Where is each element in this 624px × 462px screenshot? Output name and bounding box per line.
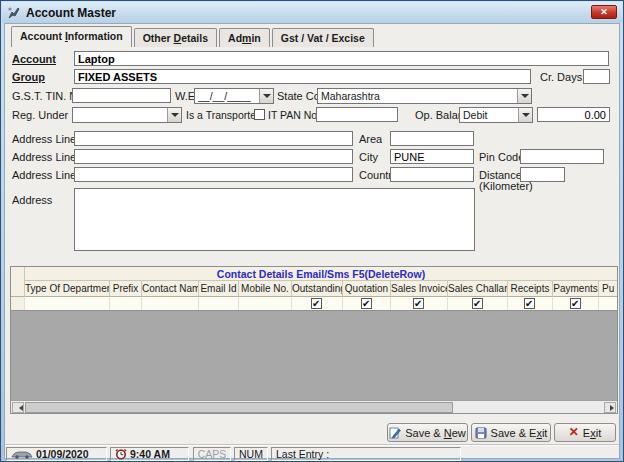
chevron-down-icon[interactable] [167, 108, 181, 122]
outstanding-checkbox[interactable] [311, 298, 322, 309]
wef-date-combo[interactable]: __/__/____ [194, 88, 274, 104]
chevron-down-icon[interactable] [518, 108, 532, 122]
sales-challan-checkbox[interactable] [472, 298, 483, 309]
window-title: Account Master [26, 6, 116, 20]
tab-admin[interactable]: Admin [219, 28, 270, 47]
country-input[interactable] [390, 167, 474, 182]
save-and-new-button[interactable]: Save & New [387, 423, 468, 442]
contact-details-grid: Contact Details Email/Sms F5(DeleteRow) … [10, 266, 618, 414]
grid-cell-prefix[interactable] [110, 297, 142, 310]
address-line1-input[interactable] [74, 131, 353, 146]
tab-account-information[interactable]: Account Information [11, 26, 132, 47]
chevron-down-icon[interactable] [259, 89, 273, 103]
is-transporter-label: Is a Transporter [186, 109, 260, 121]
save-exit-icon [475, 427, 487, 439]
date-icon [11, 449, 33, 459]
grid-horizontal-scrollbar[interactable] [11, 400, 617, 413]
statusbar-date-segment: 01/09/2020 [6, 447, 107, 461]
account-master-window: Account Master Account Information Other… [0, 0, 624, 462]
tab-other-details[interactable]: Other Details [134, 28, 217, 47]
statusbar-time: 9:40 AM [130, 448, 170, 460]
account-input[interactable] [74, 51, 609, 66]
address-line3-input[interactable] [74, 167, 353, 182]
reg-under-combo[interactable] [72, 107, 182, 123]
grid-cell-type-of-department[interactable] [25, 297, 110, 310]
address-line2-input[interactable] [74, 149, 353, 164]
app-icon [7, 6, 21, 20]
grid-header-type-of-department[interactable]: Type Of Department [25, 281, 110, 297]
group-label: Group [12, 71, 45, 83]
area-label: Area [359, 133, 382, 145]
grid-header-prefix[interactable]: Prefix [110, 281, 142, 297]
statusbar-last-entry: Last Entry : [271, 447, 461, 461]
area-input[interactable] [390, 131, 474, 146]
scroll-right-icon[interactable] [604, 402, 616, 413]
receipts-checkbox[interactable] [524, 298, 535, 309]
grid-header-purchase[interactable]: Pu [599, 281, 617, 297]
grid-header-contact-name[interactable]: Contact Name [142, 281, 199, 297]
pin-code-label: Pin Code [479, 151, 524, 163]
grid-header-email-id[interactable]: Email Id [199, 281, 239, 297]
grid-header-quotation[interactable]: Quotation [343, 281, 391, 297]
exit-x-icon: ✕ [569, 427, 579, 438]
grid-header-sales-challan[interactable]: Sales Challan [448, 281, 508, 297]
reg-under-label: Reg. Under [12, 109, 68, 121]
address-textarea[interactable] [74, 188, 475, 251]
statusbar-time-segment: 9:40 AM [110, 447, 189, 461]
grid-header-rowselector [11, 281, 25, 297]
group-input[interactable] [74, 69, 531, 84]
state-code-combo[interactable]: Maharashtra [317, 88, 532, 104]
close-button[interactable] [591, 5, 617, 19]
grid-header-outstanding[interactable]: Outstanding [292, 281, 343, 297]
grid-header-sales-invoice[interactable]: Sales Invoice [391, 281, 448, 297]
gst-tin-input[interactable] [72, 88, 171, 103]
it-pan-checkbox[interactable] [254, 109, 265, 120]
grid-row-selector-cell[interactable] [11, 297, 25, 310]
address-label: Address [12, 194, 52, 206]
account-label: Account [12, 53, 56, 65]
dialog-body: Account Information Other Details Admin … [4, 23, 620, 459]
city-label: City [359, 151, 378, 163]
grid-row-1[interactable] [11, 297, 617, 311]
statusbar-date: 01/09/2020 [36, 448, 89, 460]
grid-corner-cell [11, 267, 25, 281]
tab-bar: Account Information Other Details Admin … [11, 27, 376, 47]
grid-cell-mobile-no[interactable] [239, 297, 292, 310]
statusbar-divider [5, 444, 619, 446]
grid-header-payments[interactable]: Payments [553, 281, 599, 297]
save-and-exit-button[interactable]: Save & Exit [471, 423, 551, 442]
exit-button[interactable]: ✕ Exit [554, 423, 616, 442]
it-pan-input[interactable] [316, 107, 398, 122]
grid-title-row: Contact Details Email/Sms F5(DeleteRow) [11, 267, 617, 281]
grid-title: Contact Details Email/Sms F5(DeleteRow) [25, 267, 617, 281]
it-pan-label: IT PAN No. [268, 109, 320, 121]
grid-cell-email-id[interactable] [199, 297, 239, 310]
scroll-left-icon[interactable] [12, 402, 24, 413]
op-balance-amount-input[interactable] [537, 107, 610, 122]
statusbar-num: NUM [234, 447, 268, 461]
op-balance-type-combo[interactable]: Debit [459, 107, 533, 123]
time-icon [115, 448, 127, 460]
cr-days-input[interactable] [583, 69, 610, 84]
distance-input[interactable] [520, 167, 565, 182]
tab-gst-vat-excise[interactable]: Gst / Vat / Excise [272, 28, 374, 47]
grid-header-mobile-no[interactable]: Mobile No. [239, 281, 292, 297]
pin-code-input[interactable] [520, 149, 604, 164]
sales-invoice-checkbox[interactable] [413, 298, 424, 309]
scrollbar-thumb[interactable] [25, 402, 453, 413]
city-input[interactable] [390, 149, 474, 164]
save-new-icon [389, 427, 401, 439]
chevron-down-icon[interactable] [517, 89, 531, 103]
statusbar-caps: CAPS [193, 447, 231, 461]
quotation-checkbox[interactable] [361, 298, 372, 309]
title-bar: Account Master [2, 2, 622, 23]
cr-days-label: Cr. Days [540, 71, 582, 83]
grid-header-receipts[interactable]: Receipts [508, 281, 553, 297]
grid-cell-contact-name[interactable] [142, 297, 199, 310]
payments-checkbox[interactable] [570, 298, 581, 309]
